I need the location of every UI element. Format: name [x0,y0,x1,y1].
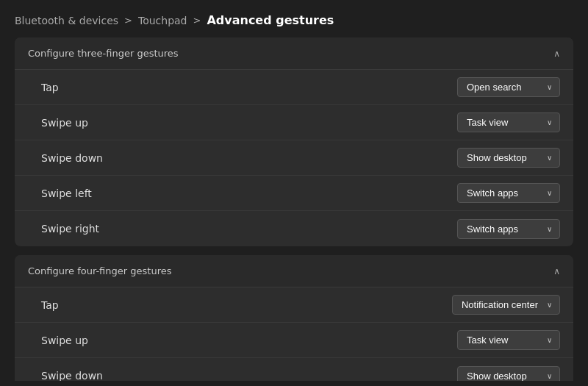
section-title-four-finger: Configure four-finger gestures [28,265,171,276]
section-header-three-finger[interactable]: Configure three-finger gestures∧ [15,37,573,70]
gesture-dropdown-value-three-finger-2: Show desktop [467,152,527,163]
gesture-label-four-finger-0: Tap [41,299,59,311]
gesture-dropdown-four-finger-1[interactable]: Task view∨ [457,330,560,350]
chevron-down-icon: ∨ [547,225,552,233]
gesture-dropdown-value-four-finger-0: Notification center [462,299,538,310]
gesture-dropdown-three-finger-3[interactable]: Switch apps∨ [457,183,560,203]
gesture-row-three-finger-0: TapOpen search∨ [15,70,573,105]
gesture-label-four-finger-2: Swipe down [41,370,103,381]
gesture-dropdown-three-finger-2[interactable]: Show desktop∨ [457,148,560,168]
gesture-label-three-finger-1: Swipe up [41,117,88,129]
gesture-label-three-finger-2: Swipe down [41,152,103,164]
gesture-dropdown-four-finger-0[interactable]: Notification center∨ [452,295,560,315]
gesture-dropdown-three-finger-1[interactable]: Task view∨ [457,112,560,132]
gesture-label-three-finger-0: Tap [41,82,59,93]
gesture-row-four-finger-1: Swipe upTask view∨ [15,323,573,358]
chevron-down-icon: ∨ [547,118,552,126]
chevron-down-icon: ∨ [547,189,552,197]
chevron-up-icon: ∧ [553,49,560,59]
breadcrumb-sep-1: > [124,15,132,26]
section-title-three-finger: Configure three-finger gestures [28,48,179,59]
section-three-finger: Configure three-finger gestures∧TapOpen … [15,37,573,246]
main-content: Configure three-finger gestures∧TapOpen … [0,37,588,381]
gesture-label-three-finger-4: Swipe right [41,223,99,235]
gesture-row-three-finger-4: Swipe rightSwitch apps∨ [15,211,573,246]
gesture-row-three-finger-1: Swipe upTask view∨ [15,105,573,140]
page-container: Bluetooth & devices > Touchpad > Advance… [0,0,588,381]
gesture-dropdown-four-finger-2[interactable]: Show desktop∨ [457,366,560,382]
gesture-dropdown-value-three-finger-4: Switch apps [467,224,518,235]
gesture-row-three-finger-2: Swipe downShow desktop∨ [15,140,573,176]
section-header-four-finger[interactable]: Configure four-finger gestures∧ [15,255,573,287]
gesture-dropdown-three-finger-4[interactable]: Switch apps∨ [457,219,560,239]
breadcrumb-touchpad[interactable]: Touchpad [138,15,187,26]
breadcrumb-bluetooth[interactable]: Bluetooth & devices [15,15,118,26]
gesture-dropdown-value-three-finger-1: Task view [467,117,508,128]
gesture-dropdown-value-three-finger-0: Open search [467,82,521,93]
chevron-down-icon: ∨ [547,372,552,380]
gesture-label-three-finger-3: Swipe left [41,187,92,199]
chevron-down-icon: ∨ [547,301,552,309]
breadcrumb-sep-2: > [193,15,201,26]
gesture-row-four-finger-0: TapNotification center∨ [15,287,573,323]
page-title: Advanced gestures [207,13,334,27]
chevron-down-icon: ∨ [547,336,552,344]
gesture-row-three-finger-3: Swipe leftSwitch apps∨ [15,176,573,211]
chevron-down-icon: ∨ [547,154,552,162]
gesture-row-four-finger-2: Swipe downShow desktop∨ [15,358,573,381]
gesture-dropdown-value-four-finger-2: Show desktop [467,371,527,382]
gesture-label-four-finger-1: Swipe up [41,335,88,346]
breadcrumb: Bluetooth & devices > Touchpad > Advance… [0,0,588,37]
chevron-up-icon: ∧ [553,266,560,276]
section-four-finger: Configure four-finger gestures∧TapNotifi… [15,255,573,381]
gesture-dropdown-value-four-finger-1: Task view [467,335,508,346]
gesture-dropdown-value-three-finger-3: Switch apps [467,187,518,199]
chevron-down-icon: ∨ [547,83,552,91]
gesture-dropdown-three-finger-0[interactable]: Open search∨ [457,77,560,97]
